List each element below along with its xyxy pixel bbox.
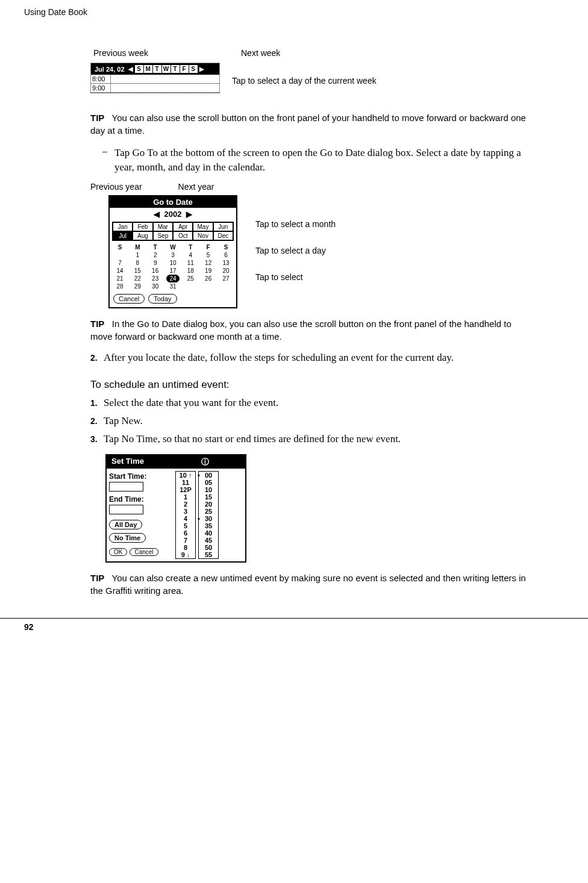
day-cell[interactable]: S xyxy=(189,65,198,73)
calendar-day-header: T xyxy=(149,243,162,251)
calendar-day-cell[interactable]: 7 xyxy=(113,259,127,267)
month-cell[interactable]: Sep xyxy=(153,231,173,240)
time-slot[interactable]: 8:00 xyxy=(91,75,111,83)
month-cell[interactable]: Mar xyxy=(153,222,173,231)
hour-option[interactable]: 9 ↓ xyxy=(176,551,195,558)
calendar-day-cell[interactable]: 13 xyxy=(219,259,233,267)
calendar-day-cell[interactable]: 4 xyxy=(184,251,197,259)
calendar-day-cell[interactable]: 29 xyxy=(131,282,144,290)
hour-option[interactable]: 10 ↑ xyxy=(176,472,195,479)
minute-option[interactable]: 50 xyxy=(199,544,218,551)
calendar-day-cell[interactable]: 5 xyxy=(202,251,215,259)
numbered-step: 2.Tap New. xyxy=(90,415,534,427)
calendar-day-cell[interactable]: 28 xyxy=(113,282,127,290)
calendar-day-cell[interactable]: 22 xyxy=(131,275,144,282)
calendar-day-cell[interactable]: 16 xyxy=(149,267,162,275)
month-cell[interactable]: Nov xyxy=(193,231,213,240)
calendar-day-cell[interactable]: 25 xyxy=(184,275,197,282)
calendar-day-cell[interactable]: 8 xyxy=(131,259,144,267)
today-button[interactable]: Today xyxy=(148,294,177,304)
hour-option[interactable]: 11 xyxy=(176,479,195,486)
start-time-field[interactable] xyxy=(109,482,143,491)
day-cell[interactable]: T xyxy=(153,65,162,73)
calendar-day-cell[interactable]: 26 xyxy=(202,275,215,282)
page-footer: 92 xyxy=(0,618,588,635)
minute-option[interactable]: 10 xyxy=(199,486,218,493)
minute-option[interactable]: 00 xyxy=(199,472,218,479)
calendar-day-cell[interactable]: 14 xyxy=(113,267,127,275)
minute-option[interactable]: 15 xyxy=(199,493,218,501)
month-cell[interactable]: Aug xyxy=(133,231,152,240)
month-cell[interactable]: Feb xyxy=(133,222,152,231)
calendar-day-cell[interactable]: 20 xyxy=(219,267,233,275)
day-cell[interactable]: T xyxy=(171,65,180,73)
month-cell[interactable]: Jan xyxy=(113,222,133,231)
calendar-day-cell[interactable]: 9 xyxy=(149,259,162,267)
calendar-day-cell[interactable]: 15 xyxy=(131,267,144,275)
calendar-day-cell[interactable]: 17 xyxy=(166,267,180,275)
hour-option[interactable]: 4 xyxy=(176,515,195,522)
hour-option[interactable]: 3 xyxy=(176,508,195,515)
no-time-button[interactable]: No Time xyxy=(109,533,146,543)
month-cell[interactable]: Jul xyxy=(113,231,133,240)
calendar-day-cell[interactable]: 21 xyxy=(113,275,127,282)
minute-option[interactable]: 05 xyxy=(199,479,218,486)
day-cell[interactable]: M xyxy=(144,65,153,73)
calendar-day-cell[interactable]: 11 xyxy=(184,259,197,267)
time-slot[interactable]: 9:00 xyxy=(91,84,111,92)
hours-column[interactable]: 10 ↑1112P123456789 ↓ xyxy=(175,471,196,559)
minute-option[interactable]: 25 xyxy=(199,508,218,515)
minute-option[interactable]: 45 xyxy=(199,537,218,544)
month-cell[interactable]: Jun xyxy=(213,222,233,231)
hour-option[interactable]: 2 xyxy=(176,501,195,508)
hour-option[interactable]: 6 xyxy=(176,529,195,537)
prev-year-button[interactable]: ◀ xyxy=(154,210,160,219)
hour-option[interactable]: 1 xyxy=(176,493,195,501)
prev-week-button[interactable]: ◀ xyxy=(127,65,134,73)
cancel-button[interactable]: Cancel xyxy=(130,548,158,556)
minute-option[interactable]: 40 xyxy=(199,529,218,537)
month-cell[interactable]: May xyxy=(193,222,213,231)
calendar-day-cell[interactable]: 30 xyxy=(149,282,162,290)
minute-option[interactable]: 20 xyxy=(199,501,218,508)
day-cell[interactable]: W xyxy=(162,65,171,73)
calendar-day-cell[interactable]: 23 xyxy=(149,275,162,282)
day-cell[interactable]: S xyxy=(135,65,144,73)
calendar-day-cell[interactable]: 10 xyxy=(166,259,180,267)
next-year-button[interactable]: ▶ xyxy=(186,210,192,219)
month-cell[interactable]: Oct xyxy=(173,231,193,240)
calendar-day-cell[interactable]: 12 xyxy=(202,259,215,267)
step-text: After you locate the date, follow the st… xyxy=(104,352,454,364)
calendar-day-cell[interactable]: 2 xyxy=(149,251,162,259)
calendar-day-cell[interactable]: 1 xyxy=(131,251,144,259)
all-day-button[interactable]: All Day xyxy=(109,520,142,529)
calendar-day-cell[interactable]: 3 xyxy=(166,251,180,259)
year-value: 2002 xyxy=(164,210,182,219)
month-cell[interactable]: Apr xyxy=(173,222,193,231)
minute-option[interactable]: 30 xyxy=(199,515,218,522)
minutes-column[interactable]: 000510152025303540455055 xyxy=(198,471,219,559)
calendar-day-cell[interactable]: 24 xyxy=(166,275,180,282)
hour-option[interactable]: 7 xyxy=(176,537,195,544)
month-cell[interactable]: Dec xyxy=(213,231,233,240)
page-header: Using Date Book xyxy=(0,0,588,24)
minute-option[interactable]: 35 xyxy=(199,522,218,529)
calendar-day-cell[interactable]: 31 xyxy=(166,282,180,290)
calendar-day-cell[interactable]: 18 xyxy=(184,267,197,275)
tip-text: You can also use the scroll button on th… xyxy=(90,113,526,136)
minute-option[interactable]: 55 xyxy=(199,551,218,558)
hour-option[interactable]: 5 xyxy=(176,522,195,529)
cancel-button[interactable]: Cancel xyxy=(113,294,145,304)
calendar-day-cell[interactable]: 6 xyxy=(219,251,233,259)
ok-button[interactable]: OK xyxy=(109,548,127,556)
next-week-button[interactable]: ▶ xyxy=(198,65,205,73)
calendar-grid: SMTWTFS123456789101112131415161718192021… xyxy=(113,243,233,290)
info-icon[interactable]: ⓘ xyxy=(201,457,209,467)
hour-option[interactable]: 12P xyxy=(176,486,195,493)
end-time-field[interactable] xyxy=(109,505,143,514)
day-cell[interactable]: F xyxy=(180,65,189,73)
calendar-day-cell[interactable]: 27 xyxy=(219,275,233,282)
day-selector[interactable]: S M T W T F S xyxy=(134,64,198,73)
hour-option[interactable]: 8 xyxy=(176,544,195,551)
calendar-day-cell[interactable]: 19 xyxy=(202,267,215,275)
